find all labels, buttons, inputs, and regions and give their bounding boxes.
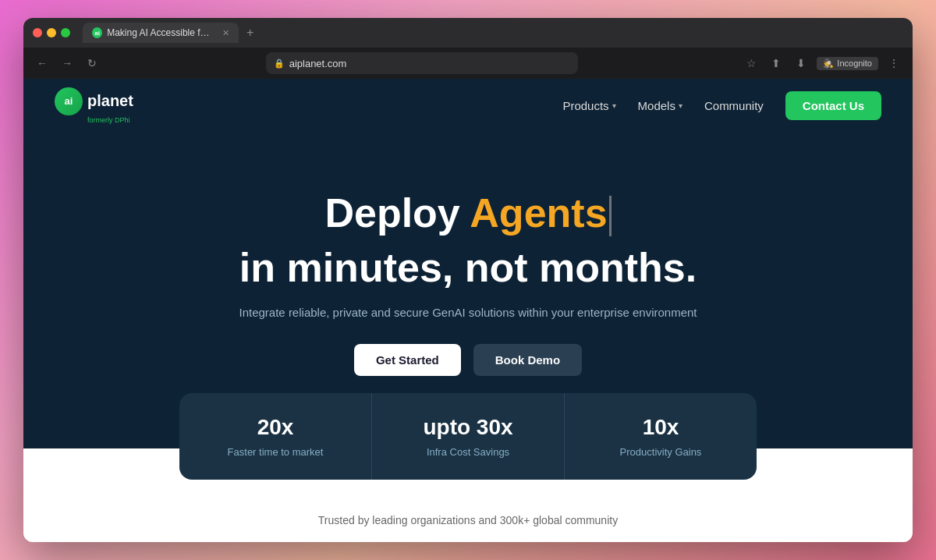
- website-content: ai planet formerly DPhi Products ▾ Model…: [23, 79, 913, 542]
- incognito-label: Incognito: [837, 58, 872, 68]
- tab-bar: ai Making AI Accessible for All ✕ +: [83, 23, 881, 43]
- navbar: ai planet formerly DPhi Products ▾ Model…: [23, 79, 913, 132]
- tab-close-icon[interactable]: ✕: [222, 28, 229, 38]
- cursor: [609, 196, 612, 236]
- logo-text: planet: [87, 92, 133, 110]
- stat-item-productivity: 10x Productivity Gains: [565, 393, 757, 480]
- stat-number-cost: upto 30x: [388, 415, 548, 440]
- lock-icon: 🔒: [274, 58, 285, 69]
- products-dropdown-arrow: ▾: [612, 101, 616, 110]
- more-options-icon[interactable]: ⋮: [885, 54, 903, 73]
- active-tab[interactable]: ai Making AI Accessible for All ✕: [83, 23, 239, 43]
- hero-subtitle: Integrate reliable, private and secure G…: [239, 306, 697, 319]
- share-icon[interactable]: ⬆: [767, 54, 785, 73]
- close-button[interactable]: [33, 28, 42, 37]
- stats-card: 20x Faster time to market upto 30x Infra…: [179, 393, 757, 480]
- back-button[interactable]: ←: [33, 54, 51, 73]
- models-dropdown-arrow: ▾: [679, 101, 682, 110]
- new-tab-button[interactable]: +: [242, 24, 258, 41]
- hero-title-line2: in minutes, not months.: [239, 243, 697, 292]
- reload-button[interactable]: ↻: [83, 54, 101, 73]
- minimize-button[interactable]: [47, 28, 56, 37]
- stat-label-productivity: Productivity Gains: [580, 446, 741, 458]
- stat-item-speed: 20x Faster time to market: [179, 393, 372, 480]
- tab-favicon: ai: [92, 27, 102, 38]
- tab-title: Making AI Accessible for All: [107, 27, 214, 38]
- stat-number-productivity: 10x: [580, 415, 741, 440]
- stat-item-cost: upto 30x Infra Cost Savings: [372, 393, 565, 480]
- hero-title-line1: Deploy Agents: [324, 189, 611, 237]
- browser-titlebar: ai Making AI Accessible for All ✕ +: [23, 18, 913, 48]
- url-text: aiplanet.com: [289, 58, 347, 69]
- toolbar-actions: ☆ ⬆ ⬇ 🕵 Incognito ⋮: [742, 54, 903, 73]
- hero-highlight: Agents: [470, 190, 607, 236]
- download-icon[interactable]: ⬇: [792, 54, 810, 73]
- logo-icon: ai: [55, 87, 83, 115]
- logo-sub: formerly DPhi: [87, 116, 130, 124]
- browser-toolbar: ← → ↻ 🔒 aiplanet.com ☆ ⬆ ⬇ 🕵 Incognito ⋮: [23, 48, 913, 79]
- maximize-button[interactable]: [61, 28, 70, 37]
- incognito-badge: 🕵 Incognito: [817, 57, 878, 70]
- logo-area: ai planet formerly DPhi: [55, 87, 133, 124]
- forward-button[interactable]: →: [58, 54, 76, 73]
- stat-label-cost: Infra Cost Savings: [388, 446, 548, 458]
- nav-models[interactable]: Models ▾: [638, 99, 682, 112]
- stat-label-speed: Faster time to market: [195, 446, 356, 458]
- incognito-icon: 🕵: [823, 58, 834, 69]
- get-started-button[interactable]: Get Started: [354, 344, 461, 376]
- nav-links: Products ▾ Models ▾ Community Contact Us: [562, 91, 881, 120]
- bookmark-icon[interactable]: ☆: [742, 54, 760, 73]
- traffic-lights: [33, 28, 70, 37]
- address-bar[interactable]: 🔒 aiplanet.com: [266, 52, 578, 74]
- hero-section: Deploy Agents in minutes, not months. In…: [23, 132, 913, 448]
- contact-button[interactable]: Contact Us: [785, 91, 881, 120]
- nav-community[interactable]: Community: [704, 99, 764, 112]
- hero-buttons: Get Started Book Demo: [354, 344, 582, 376]
- book-demo-button[interactable]: Book Demo: [473, 344, 582, 376]
- logo-main: ai planet: [55, 87, 133, 115]
- nav-products[interactable]: Products ▾: [562, 99, 615, 112]
- browser-window: ai Making AI Accessible for All ✕ + ← → …: [23, 18, 913, 542]
- stat-number-speed: 20x: [195, 415, 356, 440]
